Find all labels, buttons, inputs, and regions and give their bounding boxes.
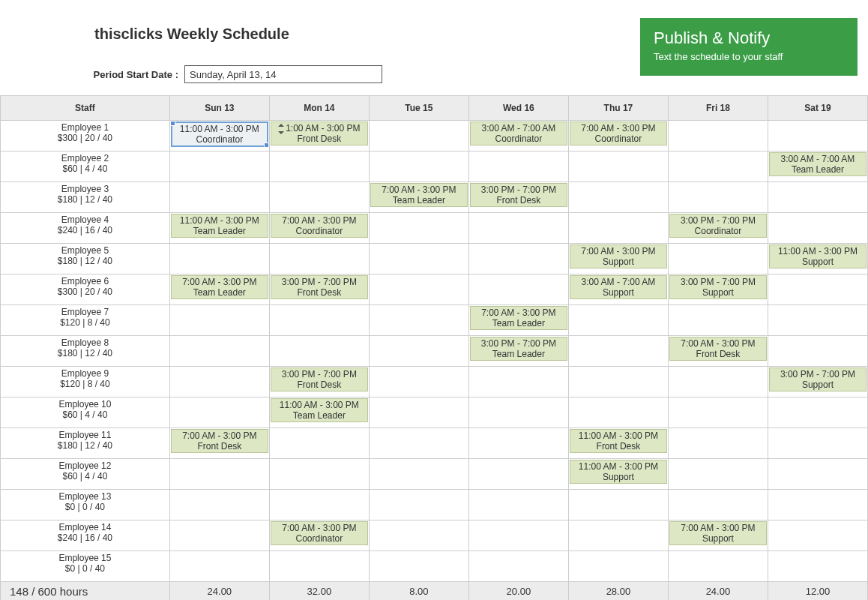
period-start-input[interactable]: Sunday, April 13, 14 [184, 65, 382, 83]
schedule-cell[interactable]: 7:00 AM - 3:00 PMSupport [668, 520, 768, 551]
schedule-cell[interactable] [568, 305, 668, 336]
staff-cell[interactable]: Employee 7$120 | 8 / 40 [1, 305, 170, 336]
schedule-cell[interactable] [668, 398, 768, 428]
schedule-cell[interactable] [668, 428, 768, 459]
schedule-cell[interactable]: 11:00 AM - 3:00 PMTeam Leader [169, 213, 269, 244]
schedule-cell[interactable]: 7:00 AM - 3:00 PMTeam Leader [468, 305, 568, 336]
schedule-cell[interactable] [269, 182, 369, 213]
schedule-cell[interactable]: 7:00 AM - 3:00 PMCoordinator [269, 213, 369, 244]
schedule-cell[interactable] [568, 398, 668, 428]
shift-block[interactable]: 3:00 AM - 7:00 AMSupport [570, 275, 667, 299]
schedule-cell[interactable] [668, 459, 768, 490]
shift-block[interactable]: 11:00 AM - 3:00 PMTeam Leader [271, 398, 368, 422]
schedule-cell[interactable]: 7:00 AM - 3:00 PMTeam Leader [169, 274, 269, 305]
staff-cell[interactable]: Employee 4$240 | 16 / 40 [1, 213, 170, 244]
schedule-cell[interactable] [369, 244, 468, 274]
shift-block[interactable]: 7:00 AM - 3:00 PMCoordinator [271, 214, 368, 238]
schedule-cell[interactable]: 11:00 AM - 3:00 PMSupport [768, 244, 867, 274]
schedule-cell[interactable] [169, 459, 269, 490]
schedule-cell[interactable] [468, 398, 568, 428]
schedule-cell[interactable] [269, 336, 369, 367]
schedule-cell[interactable] [369, 213, 468, 244]
schedule-cell[interactable] [269, 551, 369, 582]
schedule-cell[interactable] [568, 490, 668, 520]
schedule-cell[interactable] [768, 305, 867, 336]
schedule-cell[interactable] [269, 428, 369, 459]
schedule-cell[interactable] [369, 520, 468, 551]
schedule-cell[interactable]: 7:00 AM - 3:00 PMCoordinator [269, 520, 369, 551]
schedule-cell[interactable] [668, 490, 768, 520]
schedule-cell[interactable] [468, 152, 568, 182]
schedule-cell[interactable] [668, 551, 768, 582]
schedule-cell[interactable] [668, 367, 768, 398]
schedule-cell[interactable]: 3:00 PM - 7:00 PMCoordinator [668, 213, 768, 244]
staff-cell[interactable]: Employee 14$240 | 16 / 40 [1, 520, 170, 551]
schedule-cell[interactable] [568, 152, 668, 182]
staff-cell[interactable]: Employee 1$300 | 20 / 40 [1, 121, 170, 152]
staff-cell[interactable]: Employee 13$0 | 0 / 40 [1, 490, 170, 520]
shift-block[interactable]: 7:00 AM - 3:00 PMTeam Leader [370, 183, 468, 207]
staff-cell[interactable]: Employee 6$300 | 20 / 40 [1, 274, 170, 305]
staff-cell[interactable]: Employee 2$60 | 4 / 40 [1, 152, 170, 182]
schedule-cell[interactable] [568, 551, 668, 582]
shift-block[interactable]: 3:00 AM - 7:00 AMCoordinator [470, 122, 567, 146]
schedule-cell[interactable] [369, 336, 468, 367]
schedule-cell[interactable] [768, 274, 867, 305]
schedule-cell[interactable]: 7:00 AM - 3:00 PMSupport [568, 244, 668, 274]
schedule-cell[interactable]: 3:00 AM - 7:00 AMCoordinator [468, 121, 568, 152]
schedule-cell[interactable] [768, 490, 867, 520]
schedule-cell[interactable] [269, 305, 369, 336]
schedule-cell[interactable]: 3:00 AM - 7:00 AMSupport [568, 274, 668, 305]
schedule-cell[interactable] [169, 398, 269, 428]
schedule-cell[interactable] [668, 152, 768, 182]
schedule-cell[interactable] [768, 398, 867, 428]
schedule-cell[interactable] [169, 244, 269, 274]
schedule-cell[interactable] [169, 336, 269, 367]
schedule-cell[interactable] [468, 367, 568, 398]
schedule-cell[interactable] [768, 520, 867, 551]
staff-cell[interactable]: Employee 15$0 | 0 / 40 [1, 551, 170, 582]
schedule-cell[interactable] [169, 305, 269, 336]
schedule-cell[interactable] [668, 244, 768, 274]
schedule-cell[interactable] [468, 244, 568, 274]
schedule-cell[interactable] [568, 367, 668, 398]
staff-cell[interactable]: Employee 3$180 | 12 / 40 [1, 182, 170, 213]
staff-cell[interactable]: Employee 11$180 | 12 / 40 [1, 428, 170, 459]
shift-block[interactable]: 11:00 AM - 3:00 PMSupport [570, 460, 667, 484]
schedule-cell[interactable]: 11:00 AM - 3:00 PMSupport [568, 459, 668, 490]
shift-block[interactable]: 11:00 AM - 3:00 PMFront Desk [570, 429, 667, 453]
schedule-cell[interactable] [668, 182, 768, 213]
schedule-cell[interactable] [269, 152, 369, 182]
schedule-cell[interactable] [668, 305, 768, 336]
shift-block[interactable]: 7:00 AM - 3:00 PMCoordinator [271, 521, 368, 545]
staff-cell[interactable]: Employee 5$180 | 12 / 40 [1, 244, 170, 274]
schedule-cell[interactable] [269, 244, 369, 274]
schedule-cell[interactable] [468, 428, 568, 459]
shift-block[interactable]: 11:00 AM - 3:00 PMSupport [769, 244, 867, 268]
schedule-cell[interactable] [169, 182, 269, 213]
shift-block[interactable]: 7:00 AM - 3:00 PMSupport [570, 244, 667, 268]
schedule-cell[interactable]: 11:00 AM - 3:00 PMTeam Leader [269, 398, 369, 428]
schedule-cell[interactable] [568, 182, 668, 213]
schedule-cell[interactable] [369, 490, 468, 520]
schedule-cell[interactable]: 3:00 PM - 7:00 PMFront Desk [468, 182, 568, 213]
shift-block[interactable]: 7:00 AM - 3:00 PMTeam Leader [470, 306, 567, 330]
schedule-cell[interactable] [369, 152, 468, 182]
shift-block[interactable]: 7:00 AM - 3:00 PMFront Desk [669, 337, 767, 361]
schedule-cell[interactable] [568, 520, 668, 551]
schedule-cell[interactable] [768, 182, 867, 213]
shift-block[interactable]: 7:00 AM - 3:00 PMFront Desk [171, 429, 268, 453]
publish-notify-button[interactable]: Publish & Notify Text the schedule to yo… [640, 18, 858, 76]
shift-block[interactable]: 7:00 AM - 3:00 PMCoordinator [570, 122, 667, 146]
schedule-cell[interactable]: 3:00 PM - 7:00 PMTeam Leader [468, 336, 568, 367]
schedule-cell[interactable] [768, 213, 867, 244]
shift-block[interactable]: 3:00 PM - 7:00 PMSupport [769, 368, 867, 392]
schedule-cell[interactable] [768, 459, 867, 490]
schedule-cell[interactable] [369, 367, 468, 398]
schedule-cell[interactable] [169, 367, 269, 398]
staff-cell[interactable]: Employee 12$60 | 4 / 40 [1, 459, 170, 490]
schedule-cell[interactable] [768, 428, 867, 459]
schedule-cell[interactable]: 11:00 AM - 3:00 PMCoordinator [169, 121, 269, 152]
schedule-cell[interactable] [468, 551, 568, 582]
schedule-cell[interactable]: 7:00 AM - 3:00 PMFront Desk [169, 428, 269, 459]
